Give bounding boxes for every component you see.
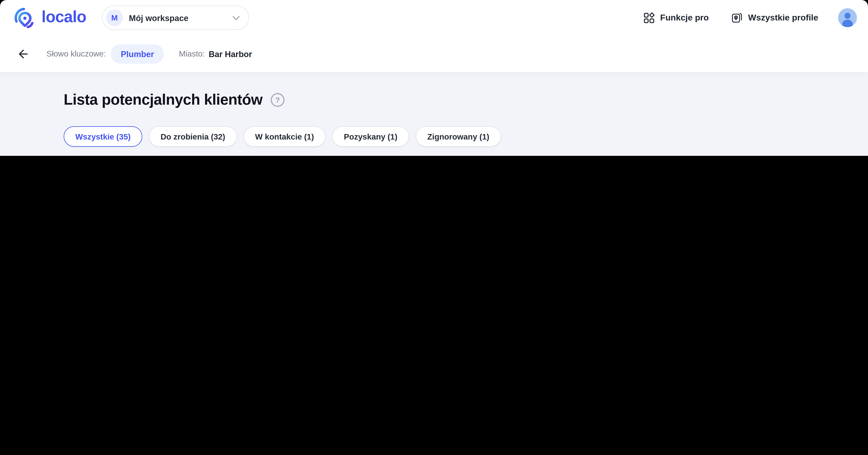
help-icon[interactable]: ? — [270, 92, 285, 108]
workspace-avatar: M — [106, 9, 123, 26]
status-filter-tab[interactable]: Pozyskany (1) — [332, 126, 409, 147]
tab-label: Do zrobienia (32) — [160, 132, 225, 141]
city-value: Bar Harbor — [209, 49, 252, 59]
pro-features-icon — [643, 12, 655, 24]
keyword-label: Słowo kluczowe: — [46, 49, 106, 58]
window-corner — [862, 0, 868, 6]
main-content: Lista potencjalnych klientów ? Wszystkie… — [0, 91, 868, 156]
app-window: localo M Mój workspace Funkcje pro — [0, 0, 868, 156]
logo[interactable]: localo — [13, 6, 86, 29]
workspace-name: Mój workspace — [129, 13, 226, 23]
tab-label: Pozyskany (1) — [344, 132, 397, 141]
tab-label: Zignorowany (1) — [427, 132, 489, 141]
person-icon — [838, 8, 857, 27]
pro-features-link[interactable]: Funkcje pro — [643, 12, 709, 24]
logo-text: localo — [41, 8, 86, 27]
workspace-selector[interactable]: M Mój workspace — [102, 5, 249, 30]
top-right-nav: Funkcje pro Wszystkie profile — [643, 8, 857, 27]
filter-bar: Słowo kluczowe: Plumber Miasto: Bar Harb… — [0, 35, 868, 72]
pro-features-label: Funkcje pro — [660, 13, 709, 23]
localo-logo-icon — [13, 6, 37, 29]
top-bar: localo M Mój workspace Funkcje pro — [0, 0, 868, 35]
keyword-chip[interactable]: Plumber — [111, 44, 164, 63]
svg-text:?: ? — [275, 96, 280, 104]
back-button[interactable] — [16, 47, 29, 60]
all-profiles-icon — [731, 12, 743, 24]
status-filter-tabs: Wszystkie (35) Do zrobienia (32) W konta… — [64, 126, 803, 147]
window-corner — [0, 0, 6, 6]
arrow-left-icon — [16, 48, 28, 60]
tab-label: Wszystkie (35) — [75, 132, 131, 141]
status-filter-tab[interactable]: Wszystkie (35) — [64, 126, 142, 147]
page-title: Lista potencjalnych klientów — [64, 91, 262, 109]
all-profiles-link[interactable]: Wszystkie profile — [731, 12, 818, 24]
status-filter-tab[interactable]: W kontakcie (1) — [244, 126, 326, 147]
user-avatar[interactable] — [838, 8, 857, 27]
city-label: Miasto: — [179, 49, 205, 58]
chevron-down-icon — [232, 15, 240, 20]
status-filter-tab[interactable]: Zignorowany (1) — [415, 126, 501, 147]
all-profiles-label: Wszystkie profile — [748, 13, 818, 23]
status-filter-tab[interactable]: Do zrobienia (32) — [149, 126, 237, 147]
tab-label: W kontakcie (1) — [255, 132, 314, 141]
